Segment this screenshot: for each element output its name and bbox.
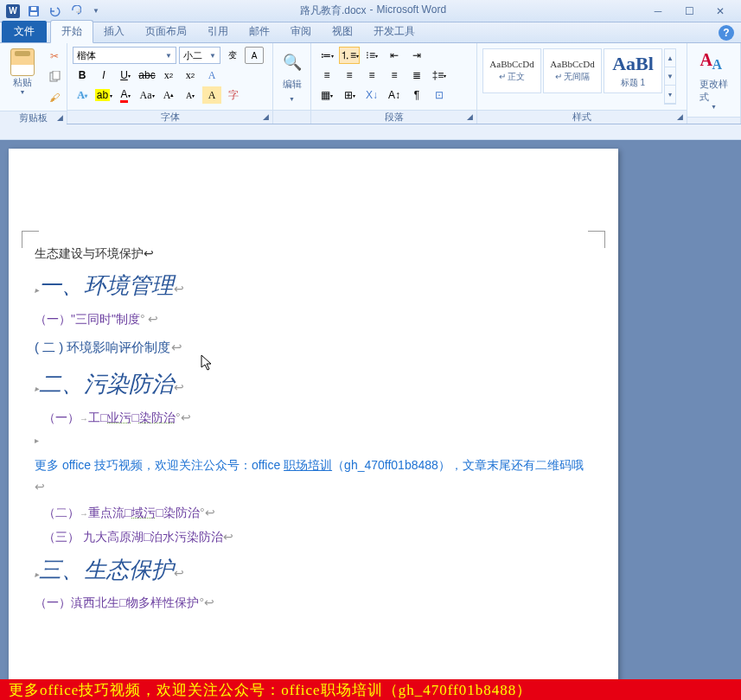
font-color-icon[interactable]: A▾ xyxy=(116,86,135,104)
svg-rect-4 xyxy=(53,71,60,80)
undo-icon[interactable] xyxy=(45,2,64,21)
change-styles-label: 更改样式 xyxy=(699,78,728,104)
para-launcher-icon[interactable]: ◢ xyxy=(464,112,475,123)
styles-gallery-scroll[interactable]: ▲ ▼ ▾ xyxy=(664,48,676,105)
tab-developer[interactable]: 开发工具 xyxy=(363,21,425,42)
subscript-icon[interactable]: x2 xyxy=(159,67,178,84)
tab-file[interactable]: 文件 xyxy=(2,21,47,42)
page[interactable]: 生态建设与环境保护↩ ▸一、环境管理↩ （一）"三同时"制度° ↩ ( 二 ) … xyxy=(9,149,618,693)
heading-1[interactable]: ▸一、环境管理↩ xyxy=(35,268,592,304)
svg-rect-1 xyxy=(30,12,37,16)
distributed-icon[interactable]: ≣ xyxy=(406,67,427,84)
shrink-font-icon[interactable]: A▾ xyxy=(181,86,200,104)
minimize-icon[interactable]: ─ xyxy=(646,3,670,19)
group-change-styles: A A 更改样式 ▼ xyxy=(687,43,741,124)
sub-1-1[interactable]: （一）"三同时"制度° ↩ xyxy=(35,309,592,328)
style-nospacing[interactable]: AaBbCcDd ↵ 无间隔 xyxy=(543,48,602,93)
multilevel-icon[interactable]: ⁝≡▾ xyxy=(361,47,382,64)
heading-2[interactable]: ▸二、污染防治↩ xyxy=(35,366,592,403)
font-launcher-icon[interactable]: ◢ xyxy=(260,112,271,123)
copy-icon[interactable] xyxy=(45,67,64,86)
tab-references[interactable]: 引用 xyxy=(197,21,239,42)
close-icon[interactable]: ✕ xyxy=(708,3,732,19)
justify-icon[interactable]: ≡ xyxy=(384,67,405,84)
tab-mailings[interactable]: 邮件 xyxy=(239,21,280,42)
heading-3[interactable]: ▸三、生态保护↩ xyxy=(35,552,592,589)
sub-3-1[interactable]: （一）滇西北生□物多样性保护°↩ xyxy=(35,593,592,612)
find-icon[interactable]: 🔍 xyxy=(280,52,304,73)
scroll-down-icon[interactable]: ▼ xyxy=(665,67,675,86)
font-name-combo[interactable]: 楷体▼ xyxy=(73,47,176,64)
sub-1-2[interactable]: ( 二 ) 环境影响评价制度↩ xyxy=(35,337,592,358)
decrease-indent-icon[interactable]: ⇤ xyxy=(384,47,405,64)
group-styles: AaBbCcDd ↵ 正文 AaBbCcDd ↵ 无间隔 AaBl 标题 1 ▲… xyxy=(477,43,687,124)
style-heading1[interactable]: AaBl 标题 1 xyxy=(604,48,662,93)
help-icon[interactable]: ? xyxy=(719,25,734,41)
font-size-combo[interactable]: 小二▼ xyxy=(179,47,220,64)
highlight-icon[interactable]: ab▾ xyxy=(94,86,113,104)
ribbon: 粘贴 ▼ ✂ 🖌 剪贴板◢ 楷体▼ 小二▼ 变 A B xyxy=(0,43,741,124)
italic-icon[interactable]: I xyxy=(94,67,113,84)
tab-insert[interactable]: 插入 xyxy=(93,21,135,42)
underline-icon[interactable]: U▾ xyxy=(116,67,135,84)
styles-launcher-icon[interactable]: ◢ xyxy=(674,112,685,123)
align-right-icon[interactable]: ≡ xyxy=(361,67,382,84)
align-left-icon[interactable]: ≡ xyxy=(316,67,337,84)
line-spacing-icon[interactable]: ‡≡▾ xyxy=(429,67,450,84)
expand-gallery-icon[interactable]: ▾ xyxy=(665,86,675,104)
tab-home[interactable]: 开始 xyxy=(50,20,93,43)
format-painter-icon[interactable]: 🖌 xyxy=(45,88,64,107)
tab-view[interactable]: 视图 xyxy=(322,21,363,42)
clipboard-label: 剪贴板 xyxy=(19,111,48,124)
redo-icon[interactable] xyxy=(66,2,85,21)
sort-icon[interactable]: X↓ xyxy=(361,86,382,104)
tab-review[interactable]: 审阅 xyxy=(280,21,322,42)
show-marks-icon[interactable]: ¶ xyxy=(406,86,427,104)
qat-dropdown-icon[interactable]: ▼ xyxy=(86,2,105,21)
sub-2-1[interactable]: （一）→工□业污□染防治°↩ xyxy=(35,408,592,427)
paste-button[interactable]: 粘贴 ▼ xyxy=(5,47,40,107)
save-icon[interactable] xyxy=(24,2,43,21)
grow-font-icon[interactable]: A▴ xyxy=(159,86,178,104)
tab-layout[interactable]: 页面布局 xyxy=(135,21,197,42)
snap-grid-icon[interactable]: ⊡ xyxy=(429,86,450,104)
phonetic-guide-icon[interactable]: 变 xyxy=(223,47,242,64)
char-shading-icon[interactable]: Aa▾ xyxy=(137,86,157,104)
app-name: Microsoft Word xyxy=(377,3,446,18)
promo-line[interactable]: 更多 office 技巧视频，欢迎关注公众号：office 职场培训（gh_47… xyxy=(35,455,592,498)
change-case-icon[interactable]: A xyxy=(202,86,221,104)
sub-2-2[interactable]: （二）→重点流□域污□染防治°↩ xyxy=(35,503,592,522)
style-normal[interactable]: AaBbCcDd ↵ 正文 xyxy=(482,48,541,93)
group-paragraph: ≔▾ ⒈≡▾ ⁝≡▾ ⇤ ⇥ ≡ ≡ ≡ ≡ ≣ ‡≡▾ ▦▾ ⊞▾ xyxy=(311,43,477,124)
group-font: 楷体▼ 小二▼ 变 A B I U▾ abc x2 x2 A A▾ ab▾ xyxy=(67,43,273,124)
shading-icon[interactable]: ▦▾ xyxy=(316,86,337,104)
scroll-up-icon[interactable]: ▲ xyxy=(665,49,675,67)
bullets-icon[interactable]: ≔▾ xyxy=(316,47,337,64)
enclose-char-icon[interactable]: A xyxy=(245,47,264,64)
borders-icon[interactable]: ⊞▾ xyxy=(339,86,360,104)
title-bar: W ▼ 路凡教育.docx - Microsoft Word ─ ☐ ✕ xyxy=(0,0,741,22)
bold-icon[interactable]: B xyxy=(73,67,92,84)
increase-indent-icon[interactable]: ⇥ xyxy=(406,47,427,64)
sub-2-3[interactable]: （三） 九大高原湖□泊水污染防治↩ xyxy=(35,527,592,546)
margin-corner-tl xyxy=(22,231,39,248)
doc-name: 路凡教育.docx xyxy=(300,3,367,18)
align-center-icon[interactable]: ≡ xyxy=(339,67,360,84)
word-app-icon[interactable]: W xyxy=(3,2,22,21)
text-effects-icon[interactable]: A▾ xyxy=(73,86,92,104)
clear-format-icon[interactable]: 字 xyxy=(224,86,243,104)
cut-icon[interactable]: ✂ xyxy=(45,47,64,66)
blank-bullet[interactable]: ▸ xyxy=(35,432,592,449)
svg-rect-2 xyxy=(31,7,36,10)
change-styles-button[interactable]: A A 更改样式 ▼ xyxy=(693,47,735,113)
numbering-icon[interactable]: ⒈≡▾ xyxy=(339,47,360,64)
ruler[interactable] xyxy=(0,124,741,140)
clipboard-launcher-icon[interactable]: ◢ xyxy=(54,113,65,124)
superscript-icon[interactable]: x2 xyxy=(181,67,200,84)
maximize-icon[interactable]: ☐ xyxy=(677,3,701,19)
char-border-icon[interactable]: A xyxy=(202,67,221,84)
asian-layout-icon[interactable]: A↕ xyxy=(384,86,405,104)
paste-icon xyxy=(10,48,35,76)
strikethrough-icon[interactable]: abc xyxy=(137,67,157,84)
doc-title-line[interactable]: 生态建设与环境保护↩ xyxy=(35,244,592,263)
